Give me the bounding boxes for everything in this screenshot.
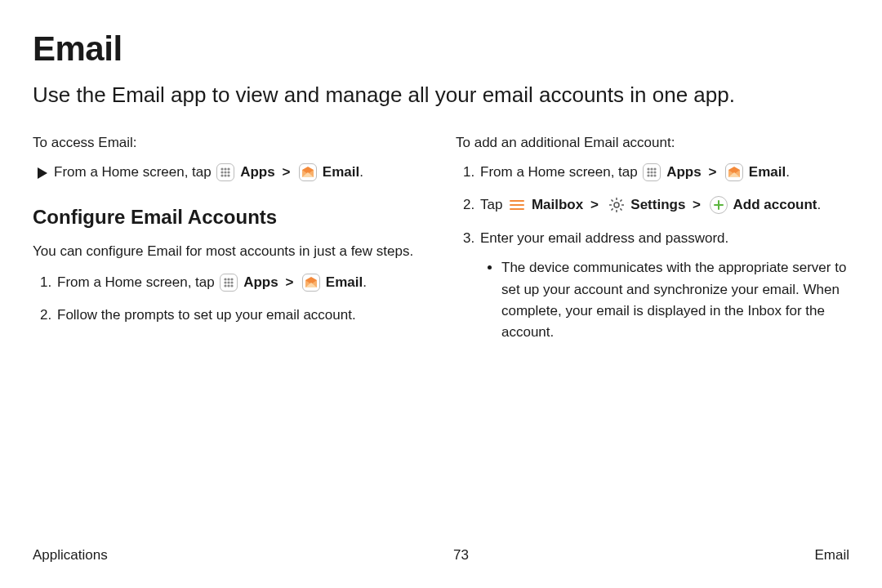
svg-marker-0 — [38, 167, 47, 179]
footer-page-number: 73 — [453, 547, 469, 564]
apps-icon — [220, 274, 238, 292]
svg-point-16 — [225, 284, 227, 287]
apps-icon — [216, 163, 234, 181]
svg-point-1 — [221, 167, 224, 170]
footer-left: Applications — [33, 547, 108, 564]
svg-point-31 — [614, 203, 619, 207]
configure-heading: Configure Email Accounts — [33, 202, 426, 232]
left-step1-prefix: From a Home screen, tap — [57, 274, 218, 290]
right-step-3: Enter your email address and password. T… — [479, 228, 849, 344]
right-step3-sub: The device communicates with the appropr… — [501, 257, 849, 343]
email-label: Email — [326, 274, 363, 290]
svg-point-11 — [228, 278, 230, 280]
email-label: Email — [323, 164, 359, 180]
add-account-icon — [710, 196, 728, 214]
svg-point-12 — [231, 278, 234, 280]
svg-point-2 — [225, 167, 227, 170]
apps-label: Apps — [666, 164, 702, 180]
configure-desc: You can configure Email for most account… — [33, 241, 426, 262]
caret: > — [590, 197, 599, 212]
apps-label: Apps — [240, 164, 275, 180]
footer-right: Email — [814, 547, 849, 564]
apps-icon — [643, 163, 661, 181]
svg-point-20 — [651, 167, 653, 170]
mailbox-label: Mailbox — [532, 197, 583, 212]
access-label: To access Email: — [33, 132, 426, 154]
caret: > — [708, 164, 716, 180]
right-step1-prefix: From a Home screen, tap — [480, 164, 641, 180]
svg-point-17 — [228, 284, 230, 287]
intro-text: Use the Email app to view and manage all… — [33, 82, 849, 109]
svg-point-4 — [221, 171, 224, 173]
period: . — [786, 164, 790, 180]
access-prefix: From a Home screen, tap — [54, 164, 215, 180]
period: . — [363, 274, 367, 290]
settings-label: Settings — [630, 197, 685, 212]
caret: > — [693, 197, 701, 212]
svg-point-3 — [228, 167, 230, 170]
right-step-1: From a Home screen, tap Apps > Email. — [479, 162, 849, 183]
settings-icon — [608, 196, 626, 214]
email-label: Email — [749, 164, 786, 180]
add-account-label: Add account — [733, 197, 817, 212]
svg-point-18 — [231, 284, 234, 287]
svg-point-15 — [231, 281, 234, 283]
svg-point-19 — [648, 167, 650, 170]
svg-point-23 — [651, 171, 653, 173]
right-step2-prefix: Tap — [480, 197, 506, 212]
svg-point-10 — [225, 278, 227, 280]
caret: > — [285, 274, 293, 290]
left-step-2: Follow the prompts to set up your email … — [56, 305, 426, 326]
page-footer: Applications 73 Email — [33, 547, 849, 564]
right-column: To add an additional Email account: From… — [456, 132, 849, 355]
right-step-2: Tap Mailbox > Settings > Add account. — [479, 194, 849, 216]
left-column: To access Email: From a Home screen, tap… — [33, 132, 426, 355]
svg-point-25 — [648, 174, 650, 176]
email-icon — [302, 274, 320, 292]
left-step-1: From a Home screen, tap Apps > Email. — [56, 272, 426, 293]
svg-point-26 — [651, 174, 653, 176]
mailbox-icon — [508, 196, 526, 214]
page-title: Email — [33, 29, 849, 69]
svg-point-14 — [228, 281, 230, 283]
svg-point-24 — [654, 171, 657, 173]
right-step3-text: Enter your email address and password. — [480, 230, 728, 246]
triangle-icon — [38, 164, 47, 185]
svg-point-5 — [225, 171, 227, 173]
svg-point-8 — [225, 174, 227, 176]
svg-point-7 — [221, 174, 224, 176]
svg-point-9 — [228, 174, 230, 176]
period: . — [359, 164, 363, 180]
add-label: To add an additional Email account: — [456, 132, 849, 154]
email-icon — [299, 163, 317, 181]
svg-point-27 — [654, 174, 657, 176]
period: . — [817, 197, 821, 212]
caret: > — [282, 164, 290, 180]
svg-point-21 — [654, 167, 657, 170]
access-step: From a Home screen, tap Apps > Email. — [33, 162, 426, 185]
svg-point-22 — [648, 171, 650, 173]
apps-label: Apps — [243, 274, 278, 290]
svg-point-13 — [225, 281, 227, 283]
email-icon — [725, 163, 743, 181]
svg-point-6 — [228, 171, 230, 173]
